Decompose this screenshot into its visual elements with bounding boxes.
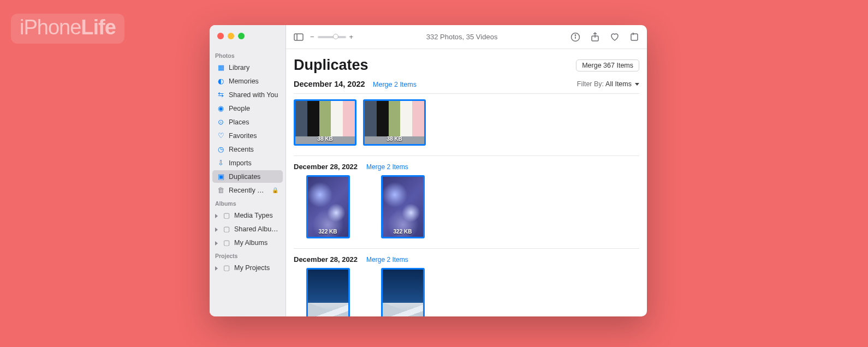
share-icon[interactable] (590, 32, 600, 42)
zoom-slider[interactable]: − + (310, 33, 353, 41)
group-date: December 28, 2022 (294, 255, 358, 264)
shared-icon: ⇆ (217, 91, 225, 99)
people-icon: ◉ (217, 104, 225, 112)
window-controls (210, 33, 286, 49)
toolbar: − + 332 Photos, 35 Videos (286, 25, 647, 49)
sidebar-toggle-icon[interactable] (294, 32, 304, 42)
file-size: 38 KB (317, 136, 332, 142)
sidebar-item-memories[interactable]: ◐ Memories (212, 75, 283, 87)
folder-icon: ▢ (222, 238, 230, 247)
svg-rect-0 (294, 34, 303, 40)
toolbar-count: 332 Photos, 35 Videos (360, 33, 564, 41)
sidebar-item-shared-with-you[interactable]: ⇆ Shared with You (212, 88, 283, 101)
sidebar: Photos ▦ Library ◐ Memories ⇆ Shared wit… (210, 25, 286, 316)
svg-point-4 (575, 34, 575, 35)
thumbnail[interactable]: 322 KB (381, 175, 425, 238)
sidebar-group-shared-albums[interactable]: ▢ Shared Albums (212, 223, 283, 235)
sidebar-group-media-types[interactable]: ▢ Media Types (212, 209, 283, 222)
duplicates-icon: ▣ (217, 172, 225, 181)
sidebar-item-duplicates[interactable]: ▣ Duplicates (212, 170, 283, 183)
library-icon: ▦ (217, 63, 225, 71)
sidebar-group-my-albums[interactable]: ▢ My Albums (212, 236, 283, 249)
sidebar-item-favorites[interactable]: ♡ Favorites (212, 129, 283, 142)
file-size: 38 KB (387, 136, 402, 142)
thumbnail[interactable] (381, 268, 425, 316)
memories-icon: ◐ (217, 77, 225, 85)
favorite-icon[interactable] (610, 32, 620, 42)
zoom-in-label: + (349, 33, 354, 41)
sidebar-item-library[interactable]: ▦ Library (212, 61, 283, 74)
sidebar-item-people[interactable]: ◉ People (212, 102, 283, 115)
thumbnail[interactable]: 322 KB (306, 175, 350, 238)
duplicate-group: December 28, 2022 Merge 2 Items 322 KB 3… (294, 163, 639, 249)
duplicate-group: December 28, 2022 Merge 2 Items (294, 255, 639, 316)
places-icon: ⊙ (217, 118, 225, 126)
minimize-window-button[interactable] (228, 33, 234, 39)
duplicate-group: 38 KB 38 KB (294, 99, 639, 156)
close-window-button[interactable] (217, 33, 224, 39)
file-size: 322 KB (394, 229, 412, 235)
chevron-right-icon (214, 213, 218, 218)
sidebar-item-places[interactable]: ⊙ Places (212, 116, 283, 128)
filter-by-dropdown[interactable]: Filter By: All Items (577, 80, 639, 88)
merge-group-link[interactable]: Merge 2 Items (373, 81, 417, 88)
lock-icon: 🔒 (272, 187, 278, 193)
chevron-right-icon (214, 241, 218, 245)
section-albums: Albums (210, 197, 286, 208)
thumbnail[interactable]: 38 KB (294, 99, 356, 146)
section-projects: Projects (210, 249, 286, 261)
group-date: December 14, 2022 (294, 80, 365, 88)
sidebar-item-recently-deleted[interactable]: 🗑 Recently D… 🔒 (212, 184, 283, 196)
favorites-icon: ♡ (217, 131, 225, 140)
zoom-out-label: − (310, 33, 314, 41)
sidebar-item-imports[interactable]: ⇩ Imports (212, 157, 283, 169)
content-scroll[interactable]: Duplicates Merge 367 Items December 14, … (286, 49, 647, 316)
watermark: iPhoneLife (11, 14, 124, 44)
folder-icon: ▢ (222, 211, 230, 219)
merge-all-button[interactable]: Merge 367 Items (576, 59, 639, 71)
zoom-track[interactable] (318, 36, 346, 38)
app-window: Photos ▦ Library ◐ Memories ⇆ Shared wit… (210, 25, 647, 316)
sidebar-group-my-projects[interactable]: ▢ My Projects (212, 261, 283, 274)
folder-icon: ▢ (222, 264, 230, 272)
chevron-right-icon (214, 227, 218, 231)
file-size: 322 KB (319, 229, 337, 235)
fullscreen-window-button[interactable] (238, 33, 245, 39)
thumbnail[interactable] (306, 268, 350, 316)
imports-icon: ⇩ (217, 159, 225, 167)
merge-group-link[interactable]: Merge 2 Items (366, 256, 408, 264)
trash-icon: 🗑 (217, 186, 225, 194)
rotate-icon[interactable] (629, 32, 639, 42)
thumbnail[interactable]: 38 KB (363, 99, 426, 146)
group-date: December 28, 2022 (294, 163, 358, 171)
recents-icon: ◷ (217, 145, 225, 153)
chevron-right-icon (214, 266, 218, 270)
info-icon[interactable] (570, 32, 580, 42)
svg-rect-6 (631, 34, 638, 40)
merge-group-link[interactable]: Merge 2 Items (366, 163, 408, 171)
section-photos: Photos (210, 49, 286, 61)
zoom-thumb[interactable] (333, 34, 338, 39)
folder-icon: ▢ (222, 225, 230, 233)
page-title: Duplicates (294, 57, 368, 74)
main-content: − + 332 Photos, 35 Videos (286, 25, 647, 316)
sidebar-item-recents[interactable]: ◷ Recents (212, 143, 283, 155)
chevron-down-icon (635, 83, 639, 86)
